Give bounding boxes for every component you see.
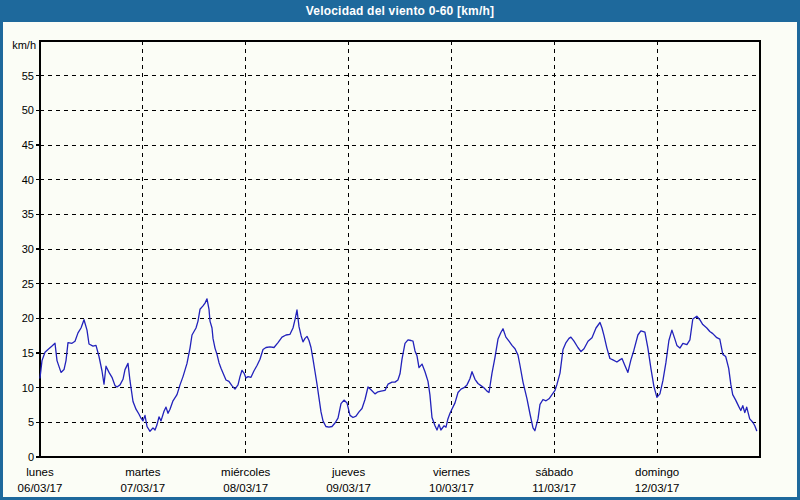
day-label-martes: martes bbox=[125, 466, 160, 478]
date-label-3: 09/03/17 bbox=[326, 482, 371, 494]
y-axis-unit-label: km/h bbox=[12, 39, 36, 51]
day-label-viernes: viernes bbox=[433, 466, 470, 478]
day-label-jueves: jueves bbox=[331, 466, 365, 478]
y-tick-label-35: 35 bbox=[22, 208, 34, 220]
y-tick-label-5: 5 bbox=[28, 416, 34, 428]
y-tick-label-20: 20 bbox=[22, 312, 34, 324]
wind-speed-chart: 0510152025303540455055km/hlunes06/03/17m… bbox=[3, 22, 797, 497]
y-tick-label-25: 25 bbox=[22, 278, 34, 290]
y-tick-label-0: 0 bbox=[28, 451, 34, 463]
date-label-6: 12/03/17 bbox=[635, 482, 680, 494]
day-label-miércoles: miércoles bbox=[221, 466, 270, 478]
date-label-0: 06/03/17 bbox=[18, 482, 63, 494]
y-tick-label-15: 15 bbox=[22, 347, 34, 359]
day-label-lunes: lunes bbox=[26, 466, 54, 478]
title-bar: Velocidad del viento 0-60 [km/h] bbox=[0, 0, 800, 22]
y-tick-label-30: 30 bbox=[22, 243, 34, 255]
date-label-1: 07/03/17 bbox=[120, 482, 165, 494]
date-label-2: 08/03/17 bbox=[223, 482, 268, 494]
y-tick-label-50: 50 bbox=[22, 104, 34, 116]
day-label-sábado: sábado bbox=[535, 466, 573, 478]
chart-content: 0510152025303540455055km/hlunes06/03/17m… bbox=[3, 22, 797, 497]
chart-window: Velocidad del viento 0-60 [km/h] 0510152… bbox=[0, 0, 800, 500]
y-tick-label-45: 45 bbox=[22, 139, 34, 151]
y-tick-label-40: 40 bbox=[22, 174, 34, 186]
chart-title: Velocidad del viento 0-60 [km/h] bbox=[306, 4, 494, 18]
date-label-4: 10/03/17 bbox=[429, 482, 474, 494]
day-label-domingo: domingo bbox=[635, 466, 679, 478]
y-tick-label-55: 55 bbox=[22, 70, 34, 82]
date-label-5: 11/03/17 bbox=[532, 482, 576, 494]
y-tick-label-10: 10 bbox=[22, 382, 34, 394]
